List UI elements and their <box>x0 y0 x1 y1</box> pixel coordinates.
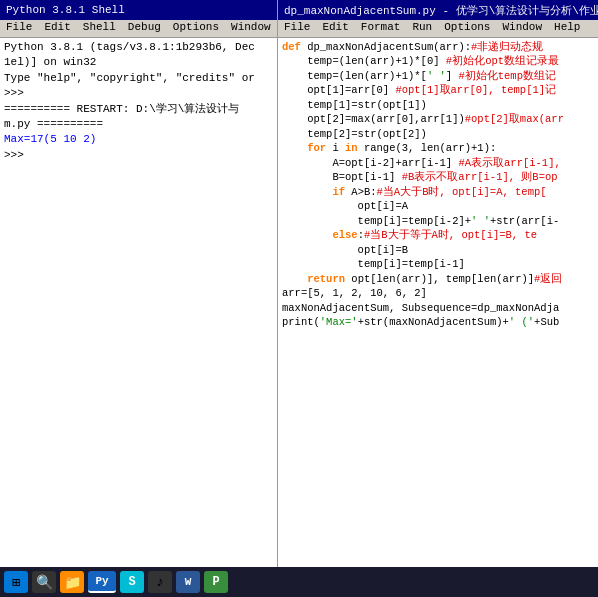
code-line-14: else:#当B大于等于A时, opt[i]=B, te <box>282 228 598 242</box>
code-line-10: B=opt[i-1] #B表示不取arr[i-1], 则B=op <box>282 170 598 184</box>
editor-menu-edit[interactable]: Edit <box>316 20 354 37</box>
editor-menu-options[interactable]: Options <box>438 20 496 37</box>
code-line-7: temp[2]=str(opt[2]) <box>282 127 598 141</box>
code-line-13: temp[i]=temp[i-2]+' '+str(arr[i- <box>282 214 598 228</box>
app-icon: P <box>212 575 219 589</box>
code-line-4: opt[1]=arr[0] #opt[1]取arr[0], temp[1]记 <box>282 83 598 97</box>
shell-content[interactable]: Python 3.8.1 (tags/v3.8.1:1b293b6, Dec 1… <box>0 38 277 567</box>
shell-line-1: Python 3.8.1 (tags/v3.8.1:1b293b6, Dec <box>4 40 273 55</box>
browser-button[interactable]: S <box>120 571 144 593</box>
shell-titlebar: Python 3.8.1 Shell <box>0 0 277 20</box>
main-area: Python 3.8.1 Shell File Edit Shell Debug… <box>0 0 598 567</box>
python-app-button[interactable]: Py <box>88 571 116 593</box>
code-line-19: maxNonAdjacentSum, Subsequence=dp_maxNon… <box>282 301 598 315</box>
code-line-9: A=opt[i-2]+arr[i-1] #A表示取arr[i-1], <box>282 156 598 170</box>
shell-prompt-1: >>> <box>4 86 273 101</box>
code-line-17: return opt[len(arr)], temp[len(arr)]#返回 <box>282 272 598 286</box>
code-line-18: arr=[5, 1, 2, 10, 6, 2] <box>282 286 598 300</box>
shell-menubar: File Edit Shell Debug Options Window Hel… <box>0 20 277 38</box>
music-icon: ♪ <box>156 574 164 590</box>
editor-menubar: File Edit Format Run Options Window Help <box>278 20 598 38</box>
editor-menu-run[interactable]: Run <box>406 20 438 37</box>
shell-menu-edit[interactable]: Edit <box>38 20 76 37</box>
python-icon: Py <box>95 575 108 587</box>
shell-line-3: Type "help", "copyright", "credits" or <box>4 71 273 86</box>
editor-menu-format[interactable]: Format <box>355 20 407 37</box>
word-button[interactable]: W <box>176 571 200 593</box>
shell-line-2: 1el)] on win32 <box>4 55 273 70</box>
shell-menu-window[interactable]: Window <box>225 20 277 37</box>
code-line-11: if A>B:#当A大于B时, opt[i]=A, temp[ <box>282 185 598 199</box>
code-line-3: temp=(len(arr)+1)*[' '] #初始化temp数组记 <box>282 69 598 83</box>
browser-icon: S <box>128 575 135 589</box>
editor-content[interactable]: def dp_maxNonAdjacentSum(arr):#非递归动态规 te… <box>278 38 598 567</box>
shell-menu-options[interactable]: Options <box>167 20 225 37</box>
editor-title: dp_maxNonAdjacentSum.py - 优学习\算法设计与分析\作业… <box>284 3 598 18</box>
file-explorer-button[interactable]: 📁 <box>60 571 84 593</box>
code-line-8: for i in range(3, len(arr)+1): <box>282 141 598 155</box>
music-button[interactable]: ♪ <box>148 571 172 593</box>
shell-restart: ========== RESTART: D:\学习\算法设计与 <box>4 102 273 117</box>
shell-title: Python 3.8.1 Shell <box>6 4 125 16</box>
app-button[interactable]: P <box>204 571 228 593</box>
code-line-6: opt[2]=max(arr[0],arr[1])#opt[2]取max(arr <box>282 112 598 126</box>
taskbar: ⊞ 🔍 📁 Py S ♪ W P <box>0 567 598 597</box>
shell-menu-file[interactable]: File <box>0 20 38 37</box>
editor-panel: dp_maxNonAdjacentSum.py - 优学习\算法设计与分析\作业… <box>278 0 598 567</box>
search-button[interactable]: 🔍 <box>32 571 56 593</box>
code-line-12: opt[i]=A <box>282 199 598 213</box>
shell-restart-2: m.py ========== <box>4 117 273 132</box>
start-button[interactable]: ⊞ <box>4 571 28 593</box>
code-line-2: temp=(len(arr)+1)*[0] #初始化opt数组记录最 <box>282 54 598 68</box>
shell-menu-debug[interactable]: Debug <box>122 20 167 37</box>
shell-prompt-2: >>> <box>4 148 273 163</box>
code-line-5: temp[1]=str(opt[1]) <box>282 98 598 112</box>
editor-menu-window[interactable]: Window <box>496 20 548 37</box>
shell-panel: Python 3.8.1 Shell File Edit Shell Debug… <box>0 0 278 567</box>
word-icon: W <box>185 576 192 588</box>
editor-menu-help[interactable]: Help <box>548 20 586 37</box>
editor-titlebar: dp_maxNonAdjacentSum.py - 优学习\算法设计与分析\作业… <box>278 0 598 20</box>
shell-output-max: Max=17(5 10 2) <box>4 132 273 147</box>
code-line-1: def dp_maxNonAdjacentSum(arr):#非递归动态规 <box>282 40 598 54</box>
code-line-15: opt[i]=B <box>282 243 598 257</box>
code-line-20: print('Max='+str(maxNonAdjacentSum)+' ('… <box>282 315 598 329</box>
search-icon: 🔍 <box>36 574 53 591</box>
folder-icon: 📁 <box>64 574 81 591</box>
shell-menu-shell[interactable]: Shell <box>77 20 122 37</box>
editor-menu-file[interactable]: File <box>278 20 316 37</box>
code-line-16: temp[i]=temp[i-1] <box>282 257 598 271</box>
start-icon: ⊞ <box>12 574 20 591</box>
